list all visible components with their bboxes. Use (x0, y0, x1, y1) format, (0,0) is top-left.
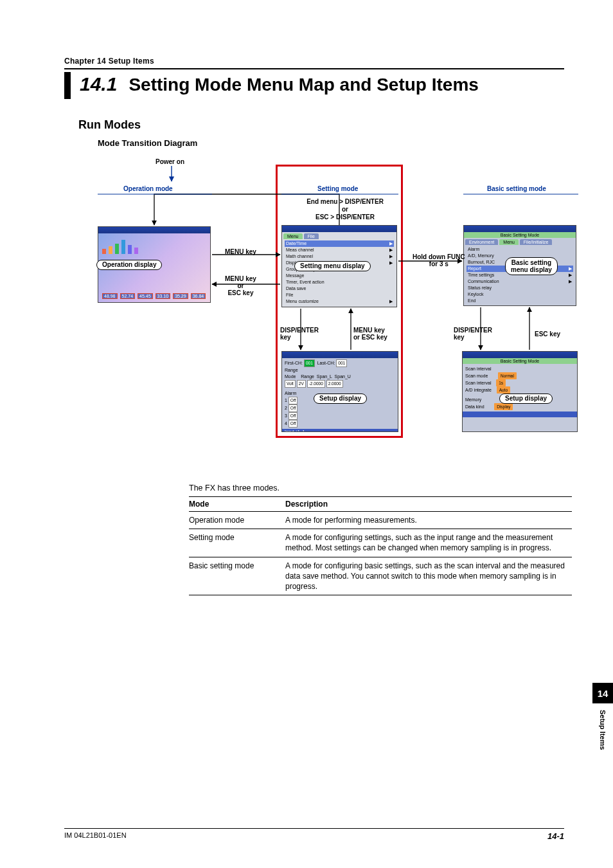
th-mode: Mode (189, 497, 285, 512)
label-hold-func: Hold down FUNC for 3 s (413, 253, 465, 267)
label-menu-or-esc: MENU key or ESC key (225, 275, 256, 296)
pill-setup-display-2: Setup display (499, 393, 553, 404)
label-power-on: Power on (155, 158, 184, 165)
screenshot-basic-setup-display: Basic Setting Mode Scan interval Scan mo… (462, 351, 578, 432)
red-highlight-box (276, 165, 403, 438)
subheading-diagram: Mode Transition Diagram (98, 138, 564, 148)
table-row: Basic setting modeA mode for configuring… (189, 557, 572, 595)
footer-doc-id: IM 04L21B01-01EN (64, 831, 127, 841)
label-disp-enter-2: DISP/ENTER key (454, 327, 492, 341)
pill-operation-display: Operation display (96, 260, 162, 270)
page-footer: IM 04L21B01-01EN 14-1 (64, 828, 564, 841)
subheading-run-modes: Run Modes (78, 118, 564, 132)
heading-number: 14.1 (80, 73, 117, 95)
table-row: Operation modeA mode for performing meas… (189, 512, 572, 529)
side-chapter-label: Setup Items (599, 710, 607, 750)
pill-basic-setting-menu-display: Basic setting menu display (505, 257, 558, 275)
heading-text: Setting Mode Menu Map and Setup Items (129, 75, 478, 95)
section-heading: 14.1Setting Mode Menu Map and Setup Item… (64, 72, 564, 99)
label-menu-key-1: MENU key (225, 248, 256, 255)
intro-text: The FX has three modes. (189, 484, 564, 493)
table-row: Setting modeA mode for configuring setti… (189, 529, 572, 557)
label-esc-key: ESC key (535, 330, 560, 338)
mode-transition-diagram: Power on Operation mode Setting mode Bas… (98, 158, 592, 467)
label-operation-mode: Operation mode (123, 185, 173, 192)
modes-table: Mode Description Operation modeA mode fo… (189, 496, 572, 595)
th-description: Description (285, 497, 572, 512)
footer-page-number: 14-1 (547, 831, 564, 841)
chapter-header: Chapter 14 Setup Items (64, 57, 564, 69)
label-basic-setting-mode: Basic setting mode (487, 185, 546, 192)
side-chapter-tab: 14 (592, 683, 613, 703)
page: Chapter 14 Setup Items 14.1Setting Mode … (0, 0, 613, 868)
heading-bar (64, 72, 71, 99)
